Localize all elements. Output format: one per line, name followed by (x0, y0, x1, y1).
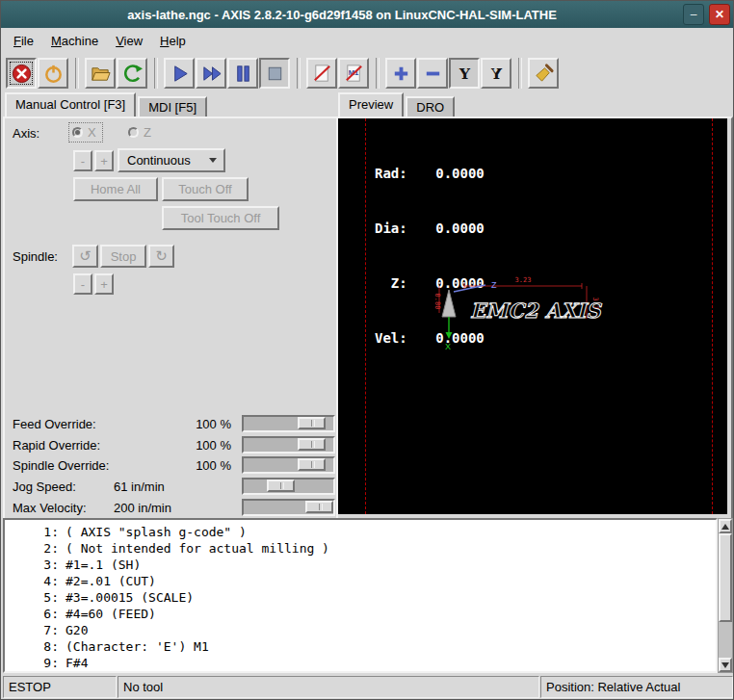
axis-label: Axis: (13, 126, 39, 141)
rapid-override-slider[interactable] (242, 436, 335, 454)
gcode-line[interactable]: 1:( AXIS "splash g-code" ) (5, 524, 716, 540)
toolbar: M1 Y Y (1, 53, 734, 93)
max-velocity-label: Max Velocity: (13, 501, 87, 515)
run-button[interactable] (164, 58, 195, 89)
gcode-line[interactable]: 3:#1=.1 (SH) (5, 557, 716, 573)
zoom-in-button[interactable] (385, 58, 416, 89)
gcode-listing[interactable]: 1:( AXIS "splash g-code" ) 2:( Not inten… (3, 518, 718, 673)
reload-button[interactable] (117, 58, 147, 89)
slider-handle[interactable] (298, 438, 326, 451)
preview-canvas[interactable]: Rad:0.0000 Dia:0.0000 Z:0.0000 Vel:0.000… (338, 118, 727, 514)
home-all-button[interactable]: Home All (73, 177, 158, 201)
view-y-button[interactable]: Y (449, 58, 480, 89)
machine-limit-line (365, 118, 366, 514)
clear-plot-button[interactable] (528, 58, 559, 89)
toggle-skip-lines-button[interactable] (306, 58, 337, 89)
svg-text:Y: Y (459, 65, 471, 82)
menu-file[interactable]: File (5, 31, 42, 51)
x-axis-label: X (445, 342, 451, 351)
axis-radio-x[interactable]: X (68, 122, 103, 143)
spindle-minus-button[interactable]: - (73, 273, 92, 295)
spindle-stop-button[interactable]: Stop (100, 245, 146, 268)
jog-mode-dropdown[interactable]: Continuous (118, 148, 225, 172)
clear-plot-brush-icon (533, 63, 555, 85)
window-title: axis-lathe.ngc - AXIS 2.8.2-10-g6d29f145… (1, 8, 683, 22)
open-file-button[interactable] (85, 58, 116, 89)
touch-off-button[interactable]: Touch Off (162, 177, 249, 201)
estop-button[interactable] (6, 58, 37, 89)
scrollbar-thumb[interactable] (719, 533, 732, 622)
jog-minus-button[interactable]: - (73, 150, 92, 171)
spindle-reverse-button[interactable]: ↺ (72, 245, 98, 268)
pause-button[interactable] (227, 58, 258, 89)
slider-handle[interactable] (267, 480, 295, 492)
zoom-out-icon (422, 63, 444, 85)
toolbar-separator (154, 58, 158, 89)
gcode-line[interactable]: 5:#3=.00015 (SCALE) (5, 589, 716, 606)
toolbar-separator (376, 58, 380, 89)
spindle-forward-button[interactable]: ↻ (148, 245, 174, 268)
tab-mdi[interactable]: MDI [F5] (138, 96, 207, 117)
feed-override-slider[interactable] (242, 415, 335, 432)
dim-left-label: 0.80 (433, 294, 441, 310)
zoom-in-icon (390, 63, 412, 85)
tab-dro[interactable]: DRO (406, 96, 455, 117)
z-axis-label: Z (491, 280, 497, 290)
arrow-up-icon (721, 524, 729, 530)
open-folder-icon (90, 63, 112, 85)
stop-button[interactable] (259, 58, 290, 89)
view-y2-button[interactable]: Y (481, 58, 511, 89)
reload-icon (121, 63, 144, 85)
menu-machine[interactable]: Machine (42, 31, 107, 51)
svg-text:Y: Y (489, 65, 502, 82)
spindle-reverse-icon: ↺ (79, 247, 92, 265)
spindle-override-slider[interactable] (242, 456, 335, 474)
slider-handle[interactable] (305, 501, 333, 513)
jog-speed-label: Jog Speed: (13, 480, 76, 494)
menu-help[interactable]: Help (151, 31, 195, 51)
jog-plus-button[interactable]: + (94, 150, 114, 171)
gcode-line[interactable]: 9:F#4 (5, 655, 716, 671)
gcode-line[interactable]: 8:(Character: 'E') M1 (5, 638, 716, 655)
radio-x-indicator (72, 127, 83, 138)
slider-handle[interactable] (298, 458, 326, 471)
spindle-plus-button[interactable]: + (94, 273, 114, 295)
jog-speed-value: 61 in/min (114, 480, 165, 494)
slider-handle[interactable] (298, 417, 326, 429)
view-y-icon: Y (454, 63, 476, 85)
toolbar-separator (518, 58, 522, 89)
arrow-down-icon (721, 662, 729, 668)
position-mode-text: Position: Relative Actual (546, 680, 680, 694)
rapid-override-label: Rapid Override: (13, 438, 100, 453)
machine-power-button[interactable] (38, 58, 68, 89)
gcode-line[interactable]: 6:#4=60 (FEED) (5, 606, 716, 622)
tool-touch-off-button[interactable]: Tool Touch Off (162, 206, 279, 230)
manual-control-panel: Axis: X Z - + Continuous Home All Touch … (3, 117, 338, 520)
step-icon (200, 63, 223, 85)
tool-info-text: No tool (123, 680, 163, 694)
close-button[interactable]: ✕ (709, 4, 730, 25)
scroll-down-button[interactable] (719, 658, 732, 672)
axis-radio-z[interactable]: Z (128, 125, 151, 140)
zoom-out-button[interactable] (417, 58, 448, 89)
tab-manual-control[interactable]: Manual Control [F3] (5, 92, 136, 117)
scroll-up-button[interactable] (719, 519, 732, 533)
tab-preview[interactable]: Preview (338, 92, 404, 117)
gcode-line[interactable]: 4:#2=.01 (CUT) (5, 573, 716, 589)
gcode-line[interactable]: 2:( Not intended for actual milling ) (5, 540, 716, 557)
jog-speed-slider[interactable] (242, 478, 335, 495)
minimize-button[interactable]: – (683, 4, 704, 25)
status-position-mode: Position: Relative Actual (540, 676, 733, 698)
radio-z-indicator (128, 127, 139, 138)
menu-view[interactable]: View (107, 31, 151, 51)
title-bar[interactable]: axis-lathe.ngc - AXIS 2.8.2-10-g6d29f145… (1, 1, 734, 28)
spindle-label: Spindle: (13, 249, 58, 264)
gcode-line[interactable]: 7:G20 (5, 622, 716, 638)
toolbar-separator (297, 58, 301, 89)
gcode-scrollbar[interactable] (718, 518, 733, 673)
step-button[interactable] (196, 58, 226, 89)
stop-icon (264, 63, 286, 85)
max-velocity-slider[interactable] (242, 499, 335, 516)
spindle-override-row: Spindle Override: 100 % (5, 456, 332, 476)
toggle-optional-pause-button[interactable]: M1 (338, 58, 369, 89)
